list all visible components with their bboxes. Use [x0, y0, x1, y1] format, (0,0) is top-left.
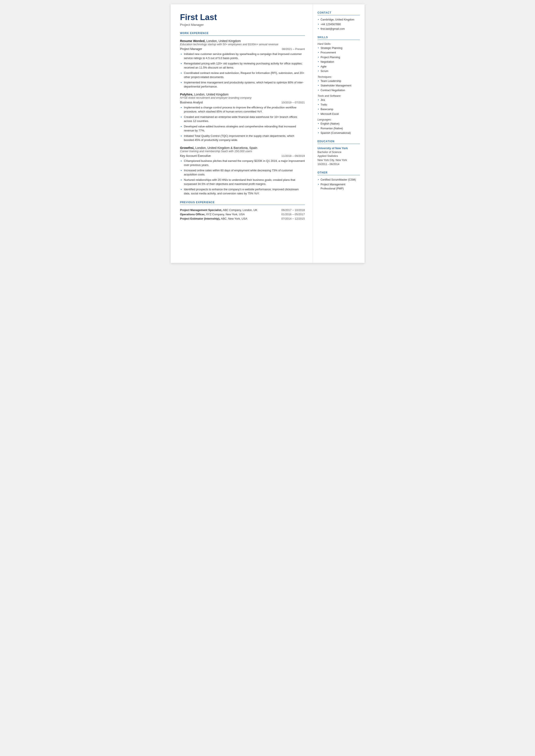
job-row-3: Key Account Executive 11/2018 – 09/2019 — [180, 154, 305, 157]
bullet-2-1: Implemented a change control process to … — [184, 105, 305, 114]
company-desc-1: Education technology startup with 50+ em… — [180, 43, 305, 46]
company-desc-2: NYSE-listed recruitment and employer bra… — [180, 96, 305, 99]
prev-role-bold-1: Project Management Specialist, — [180, 209, 222, 211]
edu-degree: Bachelor of Science — [318, 151, 342, 154]
prev-role-bold-2: Operations Officer, — [180, 213, 205, 216]
tools-label: Tools and Software: — [318, 95, 360, 98]
job-row-2: Business Analyst 10/2019 – 07/2021 — [180, 101, 305, 104]
technique-3: Contract Negotiation — [318, 89, 360, 93]
prev-role-company-1: Project Management Specialist, ABC Compa… — [180, 209, 278, 211]
other-1: Certified ScrumMaster (CSM) — [318, 178, 360, 182]
hard-skill-2: Procurement — [318, 51, 360, 55]
work-experience-header: WORK EXPERIENCE — [180, 32, 305, 36]
job-title-2: Business Analyst — [180, 101, 203, 104]
resume-container: First Last Project Manager WORK EXPERIEN… — [171, 4, 365, 263]
prev-dates-1: 06/2017 – 10/2018 — [281, 209, 305, 211]
prev-dates-3: 07/2014 – 12/2015 — [281, 217, 305, 220]
bullet-3-4: Identified prospects to enhance the comp… — [184, 187, 305, 196]
candidate-name: First Last — [180, 13, 305, 22]
job-dates-1: 08/2021 – Present — [282, 47, 305, 51]
bullet-2-3: Developed value-added business strategie… — [184, 124, 305, 133]
bullet-2-2: Created and maintained an enterprise-wid… — [184, 115, 305, 123]
company-bold-3: Growthsi, — [180, 146, 195, 150]
company-bold-1: Resume Worded, — [180, 39, 206, 43]
tool-4: Microsoft Excel — [318, 112, 360, 116]
contact-header: CONTACT — [318, 11, 360, 15]
hard-skill-4: Negotiation — [318, 60, 360, 64]
company-name-3: Growthsi, London, United Kingdom & Barce… — [180, 146, 305, 150]
bullet-3-1: CHampioned business pitches that earned … — [184, 159, 305, 167]
job-block-1: Resume Worded, London, United Kingdom Ed… — [180, 39, 305, 89]
languages-list: English (Native) Romanian (Native) Spani… — [318, 122, 360, 135]
company-rest-2: London, United Kingdom — [193, 93, 229, 96]
tool-3: Basecamp — [318, 107, 360, 111]
company-name-2: Polyhire, London, United Kingdom — [180, 93, 305, 96]
edu-dates: 10/2011 - 06/2014 — [318, 163, 339, 166]
main-column: First Last Project Manager WORK EXPERIEN… — [171, 4, 313, 263]
language-3: Spanish (Conversational) — [318, 131, 360, 135]
hard-skills-label: Hard Skills: — [318, 42, 360, 45]
company-rest-3: London, United Kingdom & Barcelona, Spai… — [194, 146, 257, 150]
languages-label: Languages: — [318, 118, 360, 121]
bullet-3-2: Increased online sales within 60 days of… — [184, 168, 305, 177]
hard-skill-3: Project Planning — [318, 56, 360, 60]
prev-dates-2: 01/2016 – 05/2017 — [281, 213, 305, 216]
bullet-list-3: CHampioned business pitches that earned … — [180, 159, 305, 196]
job-row-1: Project Manager 08/2021 – Present — [180, 47, 305, 51]
technique-2: Stakeholder Management — [318, 84, 360, 88]
skills-header: SKILLS — [318, 36, 360, 40]
job-dates-3: 11/2018 – 09/2019 — [281, 154, 305, 157]
bullet-2-4: Initiated Total Quality Control (TQC) im… — [184, 134, 305, 142]
company-bold-2: Polyhire, — [180, 93, 193, 96]
previous-experience-header: PREVIOUS EXPERIENCE — [180, 201, 305, 205]
education-header: EDUCATION — [318, 140, 360, 144]
bullet-list-2: Implemented a change control process to … — [180, 105, 305, 142]
contact-list: Cambridge, United Kingdom +44 1234567890… — [318, 18, 360, 31]
job-dates-2: 10/2019 – 07/2021 — [281, 101, 305, 104]
edu-detail: Bachelor of Science Applied Statistics N… — [318, 150, 360, 166]
technique-1: Team Leadership — [318, 79, 360, 83]
candidate-title: Project Manager — [180, 23, 305, 26]
prev-exp-row-2: Operations Officer, XYZ Company, New Yor… — [180, 213, 305, 216]
bullet-1-3: Coordinated contract review and submissi… — [184, 71, 305, 79]
other-header: OTHER — [318, 171, 360, 175]
contact-phone: +44 1234567890 — [318, 23, 360, 26]
contact-email: first.last@gmail.com — [318, 27, 360, 31]
edu-field: Applied Statistics — [318, 154, 338, 157]
hard-skills-list: Strategic Planning Procurement Project P… — [318, 46, 360, 73]
job-title-1: Project Manager — [180, 47, 202, 51]
hard-skill-6: Scrum — [318, 70, 360, 73]
edu-location: New York City, New York — [318, 159, 347, 162]
contact-location: Cambridge, United Kingdom — [318, 18, 360, 22]
bullet-1-2: Renegotiated pricing with 120+ old suppl… — [184, 61, 305, 70]
company-name-1: Resume Worded, London, United Kingdom — [180, 39, 305, 43]
job-block-3: Growthsi, London, United Kingdom & Barce… — [180, 146, 305, 196]
company-rest-1: London, United Kingdom — [206, 39, 241, 43]
tools-list: Jira Trello Basecamp Microsoft Excel — [318, 98, 360, 116]
language-1: English (Native) — [318, 122, 360, 126]
bullet-list-1: Initiated new customer service guideline… — [180, 52, 305, 89]
bullet-1-4: Implemented time management and producti… — [184, 80, 305, 89]
prev-exp-row-1: Project Management Specialist, ABC Compa… — [180, 209, 305, 211]
edu-school: University of New York — [318, 147, 360, 150]
bullet-1-1: Initiated new customer service guideline… — [184, 52, 305, 60]
prev-role-bold-3: Project Estimator (Internship), — [180, 217, 220, 220]
hard-skill-5: Agile — [318, 65, 360, 69]
company-desc-3: Career training and membership SaaS with… — [180, 150, 305, 153]
prev-exp-row-3: Project Estimator (Internship), ABC, New… — [180, 217, 305, 220]
techniques-list: Team Leadership Stakeholder Management C… — [318, 79, 360, 93]
prev-role-rest-2: XYZ Company, New York, USA — [205, 213, 245, 216]
hard-skill-1: Strategic Planning — [318, 46, 360, 50]
prev-role-rest-3: ABC, New York, USA — [220, 217, 247, 220]
job-block-2: Polyhire, London, United Kingdom NYSE-li… — [180, 93, 305, 142]
other-2: Project Management Professional (PMP) — [318, 182, 360, 191]
techniques-label: Techniques: — [318, 75, 360, 78]
tool-1: Jira — [318, 98, 360, 102]
bullet-3-3: Nurtured relationships with 20 HNIs to u… — [184, 178, 305, 186]
other-list: Certified ScrumMaster (CSM) Project Mana… — [318, 178, 360, 191]
language-2: Romanian (Native) — [318, 127, 360, 130]
prev-role-company-2: Operations Officer, XYZ Company, New Yor… — [180, 213, 278, 216]
prev-role-company-3: Project Estimator (Internship), ABC, New… — [180, 217, 278, 220]
job-title-3: Key Account Executive — [180, 154, 211, 157]
tool-2: Trello — [318, 103, 360, 107]
